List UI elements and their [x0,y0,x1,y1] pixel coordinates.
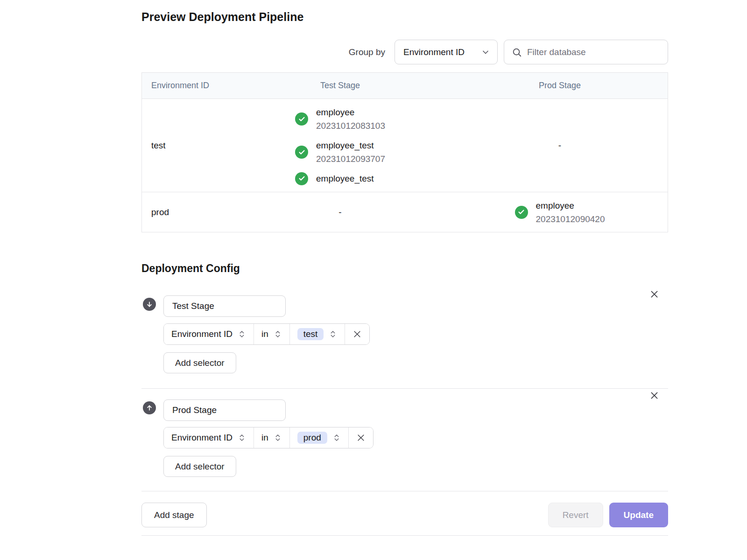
selector-value-select[interactable]: prod [290,427,349,448]
pipeline-table: Environment ID Test Stage Prod Stage tes… [141,72,668,232]
deployment-config-title: Deployment Config [141,262,240,275]
add-selector-button[interactable]: Add selector [163,456,236,477]
task-database-name: employee [536,199,605,212]
close-icon [356,433,366,442]
task-done-icon [295,112,308,126]
chevrons-up-down-icon [238,330,246,338]
main-panel: Preview Deployment Pipeline Group by Env… [141,0,668,560]
section-divider [141,491,668,491]
config-footer: Add stage Revert Update [141,503,668,527]
environment-id-cell: prod [142,207,228,217]
environment-id-cell: test [142,140,228,151]
arrow-down-circle-icon[interactable] [143,298,156,311]
prod-stage-cell: employee 20231012090420 [452,199,668,226]
selector-operator-value: in [261,433,268,443]
selector-key-select[interactable]: Environment ID [164,324,254,344]
close-icon [649,391,659,400]
table-row-prod: prod - employee 20231012090420 [142,192,668,232]
task-schema-version: 20231012093707 [316,152,385,166]
stage-name-input[interactable]: Prod Stage [163,399,286,421]
selector-key-select[interactable]: Environment ID [164,427,254,448]
bottom-divider [141,535,668,536]
close-icon [352,329,362,339]
filter-database-field [504,40,668,64]
stage-name-input[interactable]: Test Stage [163,295,286,317]
chevrons-up-down-icon [274,434,282,442]
table-row-test: test employee 20231012083103 [142,99,668,192]
arrow-up-circle-icon[interactable] [143,401,156,414]
group-by-label: Group by [349,47,385,57]
revert-button[interactable]: Revert [548,503,603,527]
task-item: employee_test 20231012093707 [295,139,385,166]
update-button[interactable]: Update [609,503,668,527]
search-icon [512,47,522,57]
page-title: Preview Deployment Pipeline [141,10,303,24]
selector-operator-value: in [261,329,268,339]
test-stage-cell: - [228,207,452,217]
selector-key-value: Environment ID [171,329,233,339]
toolbar: Group by Environment ID [349,40,668,64]
chevrons-up-down-icon [274,330,282,338]
selector-value-tag: test [297,328,324,340]
group-by-select[interactable]: Environment ID [395,40,498,64]
task-schema-version: 20231012090420 [536,212,605,226]
task-database-name: employee_test [316,172,374,185]
remove-stage-button[interactable] [649,390,659,400]
column-header-test-stage: Test Stage [228,81,452,91]
chevrons-up-down-icon [238,434,246,442]
empty-stage-placeholder: - [338,207,341,217]
task-item: employee 20231012083103 [295,105,385,133]
close-icon [649,289,659,299]
chevrons-up-down-icon [329,330,337,338]
section-divider [141,388,668,389]
remove-stage-button[interactable] [649,289,659,299]
task-item: employee_test [295,172,385,185]
selector-row: Environment ID in prod [163,427,374,448]
selector-value-tag: prod [297,432,327,444]
stage-config-prod: Prod Stage Environment ID in prod [141,390,668,491]
add-stage-button[interactable]: Add stage [141,503,207,527]
remove-selector-button[interactable] [349,427,373,448]
test-stage-cell: employee 20231012083103 employee_test 20… [228,105,452,185]
add-selector-button[interactable]: Add selector [163,352,236,373]
stage-config-test: Test Stage Environment ID in test [141,287,668,388]
task-done-icon [295,146,308,159]
group-by-selected-value: Environment ID [403,47,465,57]
task-database-name: employee [316,105,385,119]
chevron-down-icon [481,48,490,57]
task-schema-version: 20231012083103 [316,119,385,133]
task-done-icon [515,206,528,219]
selector-operator-select[interactable]: in [254,324,290,344]
selector-row: Environment ID in test [163,323,370,345]
pipeline-table-header: Environment ID Test Stage Prod Stage [142,73,668,99]
selector-operator-select[interactable]: in [254,427,290,448]
remove-selector-button[interactable] [345,324,369,344]
task-database-name: employee_test [316,139,385,152]
column-header-environment-id: Environment ID [142,81,228,91]
column-header-prod-stage: Prod Stage [452,81,668,91]
task-done-icon [295,172,308,185]
filter-database-input[interactable] [527,47,660,57]
chevrons-up-down-icon [332,434,341,442]
prod-stage-cell: - [452,140,668,151]
task-item: employee 20231012090420 [515,199,605,226]
selector-key-value: Environment ID [171,433,233,443]
empty-stage-placeholder: - [558,140,561,151]
selector-value-select[interactable]: test [290,324,345,344]
